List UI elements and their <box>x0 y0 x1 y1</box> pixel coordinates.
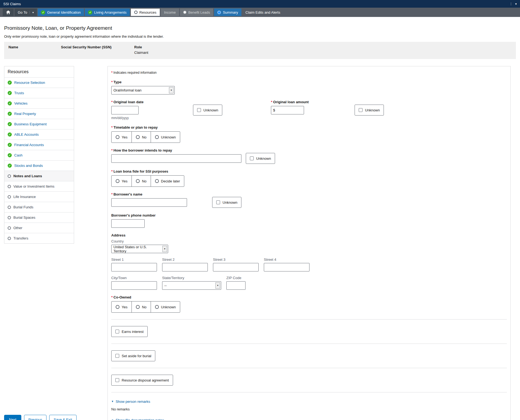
sidebar-item-real-property[interactable]: ✓ Real Property <box>4 108 74 119</box>
timetable-option-no[interactable]: No <box>132 132 151 143</box>
sidebar-item-financial-accounts[interactable]: ✓ Financial Accounts <box>4 140 74 150</box>
checkbox-icon <box>216 200 220 204</box>
timetable-option-unknown[interactable]: Unknown <box>151 132 180 143</box>
sidebar-item-label: Other <box>13 226 22 230</box>
primary-nav: Go To ▾ ✓ General Identification ✓ Livin… <box>0 8 520 17</box>
sidebar-item-label: Trusts <box>14 91 24 95</box>
tab-general-identification[interactable]: ✓ General Identification <box>38 8 84 16</box>
sidebar-item-vehicles[interactable]: ✓ Vehicles <box>4 98 74 108</box>
sidebar-item-able-accounts[interactable]: ✓ ABLE Accounts <box>4 129 74 140</box>
required-asterisk: * <box>111 100 113 104</box>
sidebar-item-label: ABLE Accounts <box>14 132 39 137</box>
option-label: Yes <box>122 135 127 139</box>
footer-nav: Next Previous Save & Exit <box>4 415 77 420</box>
earns-interest-checkbox[interactable]: Earns interest <box>111 326 148 337</box>
repay-row: Unknown <box>111 154 507 164</box>
tab-benefit-leads[interactable]: Benefit Leads <box>180 8 214 16</box>
chevron-down-icon: ▼ <box>111 419 114 420</box>
next-button[interactable]: Next <box>4 415 21 420</box>
resource-disposal-checkbox[interactable]: Resource disposal agreement <box>111 375 173 386</box>
previous-button[interactable]: Previous <box>24 415 47 420</box>
city-input[interactable] <box>111 281 157 290</box>
street4-input[interactable] <box>264 263 309 271</box>
sidebar-item-business-equipment[interactable]: ✓ Business Equipment <box>4 119 74 129</box>
unknown-label: Unknown <box>203 108 218 112</box>
zip-group: ZIP Code <box>226 276 246 290</box>
tab-resources[interactable]: Resources <box>131 8 160 16</box>
street1-input[interactable] <box>111 263 157 271</box>
borrower-name-unknown-checkbox[interactable]: Unknown <box>212 197 241 208</box>
goto-dropdown[interactable]: Go To ▾ <box>14 8 37 16</box>
type-select[interactable]: Oral/informal loan ▼ <box>111 86 175 94</box>
state-select[interactable]: -- ▼ <box>162 281 221 290</box>
role-value: Claimant <box>134 51 148 55</box>
street3-input[interactable] <box>213 263 259 271</box>
bona-fide-option-decide-later[interactable]: Decide later <box>151 176 184 187</box>
save-exit-button[interactable]: Save & Exit <box>49 415 76 420</box>
timetable-option-yes[interactable]: Yes <box>112 132 132 143</box>
kebab-menu-icon[interactable]: ⋮ <box>509 2 512 5</box>
check-icon: ✓ <box>8 132 12 137</box>
borrower-name-row: Unknown <box>111 198 507 208</box>
loan-date-hint: mm/dd/yyyy <box>111 116 139 120</box>
chevron-down-icon[interactable]: ▾ <box>515 2 517 5</box>
loan-amount-input[interactable] <box>276 108 302 112</box>
sidebar-item-stocks-and-bonds[interactable]: ✓ Stocks and Bonds <box>4 160 74 171</box>
tab-claim-edits-and-alerts[interactable]: Claim Edits and Alerts <box>242 8 284 16</box>
street4-label: Street 4 <box>264 258 309 262</box>
check-icon: ✓ <box>8 91 12 95</box>
sidebar-item-trusts[interactable]: ✓ Trusts <box>4 88 74 98</box>
tab-living-arrangements[interactable]: ✓ Living Arrangements <box>85 8 130 16</box>
sidebar-item-label: Resource Selection <box>14 81 45 85</box>
sidebar-item-label: Burial Funds <box>13 205 33 209</box>
radio-circle-icon <box>8 185 11 188</box>
sidebar-item-burial-spaces[interactable]: Burial Spaces <box>4 212 74 223</box>
checkbox-icon <box>359 108 363 112</box>
sidebar-item-value-or-investment-items[interactable]: Value or Investment Items <box>4 181 74 191</box>
co-owned-option-unknown[interactable]: Unknown <box>151 301 180 312</box>
sidebar-item-label: Burial Spaces <box>13 215 35 220</box>
sidebar-item-other[interactable]: Other <box>4 223 74 233</box>
city-state-zip-row: City/Town State/Territory -- ▼ ZIP Code <box>111 276 507 290</box>
tab-summary[interactable]: Summary <box>214 8 241 16</box>
option-label: Decide later <box>161 179 180 183</box>
bona-fide-option-no[interactable]: No <box>132 176 151 187</box>
borrower-phone-input[interactable] <box>111 219 145 228</box>
repay-input[interactable] <box>111 154 241 163</box>
repay-unknown-checkbox[interactable]: Unknown <box>246 153 275 164</box>
co-owned-option-yes[interactable]: Yes <box>112 301 132 312</box>
show-person-remarks-toggle[interactable]: ▼ Show person remarks <box>111 400 150 404</box>
app-titlebar: SSI Claims ⋮ ▾ <box>0 0 520 8</box>
set-aside-burial-checkbox[interactable]: Set aside for burial <box>111 350 155 361</box>
borrower-name-input[interactable] <box>111 198 187 207</box>
sidebar-item-notes-and-loans[interactable]: Notes and Loans <box>4 171 74 181</box>
sidebar-item-burial-funds[interactable]: Burial Funds <box>4 202 74 212</box>
sidebar-item-resource-selection[interactable]: ✓ Resource Selection <box>4 77 74 88</box>
role-label: Role <box>134 45 148 49</box>
option-label: No <box>142 179 147 183</box>
zip-input[interactable] <box>226 281 246 290</box>
loan-amount-group: *Original loan amount $ Unknown <box>271 94 384 120</box>
sidebar-item-label: Vehicles <box>14 101 27 105</box>
street2-group: Street 2 <box>162 258 208 271</box>
checkbox-icon <box>250 156 254 160</box>
co-owned-option-no[interactable]: No <box>132 301 151 312</box>
sidebar-item-life-insurance[interactable]: Life Insurance <box>4 191 74 202</box>
required-asterisk: * <box>111 295 113 299</box>
radio-icon <box>155 135 159 139</box>
sidebar-item-transfers[interactable]: Transfers <box>4 233 74 243</box>
notes-loans-form-panel: *Indicates required information *Type Or… <box>107 66 511 420</box>
loan-date-input[interactable] <box>111 106 139 114</box>
sidebar-item-cash[interactable]: ✓ Cash <box>4 150 74 160</box>
loan-date-unknown-checkbox[interactable]: Unknown <box>193 105 222 116</box>
bona-fide-option-yes[interactable]: Yes <box>112 176 132 187</box>
country-select[interactable]: United States or U.S. Territory ▼ <box>111 245 168 253</box>
show-file-notes-toggle[interactable]: ▼ Show file documentation notes <box>111 418 164 420</box>
earns-interest-label: Earns interest <box>122 330 144 334</box>
street2-input[interactable] <box>162 263 208 271</box>
loan-amount-unknown-checkbox[interactable]: Unknown <box>355 105 384 116</box>
state-select-value: -- <box>164 283 167 288</box>
tab-income[interactable]: Income <box>161 8 179 16</box>
main-layout: Resources ✓ Resource Selection ✓ Trusts … <box>0 66 520 420</box>
home-button[interactable] <box>3 8 14 16</box>
